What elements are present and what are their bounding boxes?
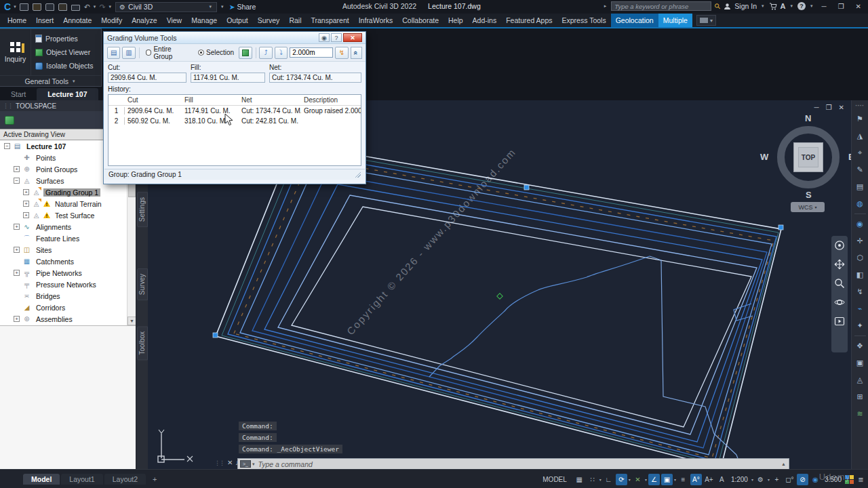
palette-icon[interactable]: ❖ [854, 340, 867, 352]
lineweight-icon[interactable]: ≡ [677, 474, 689, 485]
help-caret-icon[interactable]: ▾ [810, 3, 813, 9]
survey-flag-icon[interactable]: ⚑ [854, 113, 867, 125]
file-tab-start[interactable]: Start [0, 88, 37, 100]
tree-expander-icon[interactable]: + [14, 224, 20, 230]
dialog-help-icon[interactable]: ? [331, 33, 342, 42]
selection-radio[interactable]: Selection [198, 49, 234, 56]
tree-expander-icon[interactable]: + [14, 270, 20, 276]
measure-icon[interactable]: ⌖ [854, 146, 867, 159]
drawing-close-button[interactable]: ✕ [839, 104, 844, 111]
ribbon-tab-modify[interactable]: Modify [96, 14, 127, 27]
ribbon-tab-survey[interactable]: Survey [253, 14, 285, 27]
command-expand-icon[interactable]: ▲ [781, 462, 789, 466]
polar-tracking-icon[interactable]: ⟳ [616, 474, 627, 485]
annotation-visibility-icon[interactable]: A° [690, 474, 702, 485]
polyline-icon[interactable]: ⌁ [854, 302, 867, 315]
object-snap-icon[interactable]: ▣ [661, 474, 673, 485]
raise-group-icon[interactable]: ⤴ [259, 47, 272, 59]
tree-item-feature-lines[interactable]: ⌒Feature Lines [0, 232, 136, 244]
properties-button[interactable]: Properties [35, 33, 101, 45]
ribbon-tab-express-tools[interactable]: Express Tools [557, 14, 611, 27]
dialog-title-bar[interactable]: Grading Volume Tools ◉ ? ✕ [104, 32, 366, 44]
object-snap-tracking-icon[interactable]: ∠ [648, 474, 660, 485]
restore-button[interactable]: ❐ [834, 3, 848, 10]
volume-summary-icon[interactable]: ▤ [107, 47, 120, 59]
palette-grip-icon[interactable]: ⋮⋮ [3, 102, 12, 109]
ribbon-tab-featured-apps[interactable]: Featured Apps [501, 14, 557, 27]
help-icon[interactable]: ? [797, 2, 806, 10]
search-icon[interactable]: ⚲ [713, 1, 723, 12]
isodraft-icon-caret[interactable]: ▾ [645, 477, 647, 482]
search-expand-icon[interactable]: ▸ [604, 3, 607, 9]
add-layout-button[interactable]: + [147, 475, 162, 483]
save-icon[interactable] [45, 3, 54, 11]
showmotion-icon[interactable] [834, 316, 845, 327]
qat-menu-caret-icon[interactable]: ▾ [221, 4, 224, 9]
viewcube-top-face[interactable]: TOP [798, 147, 818, 167]
tree-item-bridges[interactable]: ≍Bridges [0, 290, 136, 302]
ribbon-extra-button[interactable]: ▾ [696, 15, 716, 26]
ribbon-tab-view[interactable]: View [162, 14, 187, 27]
ribbon-tab-transparent[interactable]: Transparent [306, 14, 353, 27]
active-drawing-icon[interactable] [5, 116, 14, 125]
isodraft-icon[interactable]: ✕ [632, 474, 644, 485]
toolspace-tab-survey[interactable]: Survey [137, 268, 148, 300]
auto-balance-icon[interactable]: ↯ [335, 47, 348, 59]
toolspace-tab-settings[interactable]: Settings [137, 192, 148, 227]
tree-item-grading-group-1[interactable]: +◬Grading Group 1 [0, 186, 136, 198]
history-table[interactable]: CutFillNetDescription12909.64 Cu. M.1174… [108, 94, 361, 166]
ortho-icon[interactable]: ∟ [603, 474, 614, 485]
search-input[interactable]: Type a keyword or phrase [611, 1, 711, 11]
commandline-grip-icon[interactable]: ⋮⋮ [214, 460, 224, 466]
ribbon-tab-manage[interactable]: Manage [186, 14, 222, 27]
pan-icon[interactable] [834, 259, 845, 270]
selection-grips[interactable] [213, 185, 783, 468]
grid-icon[interactable]: ▦ [574, 474, 585, 485]
redo-caret-icon[interactable]: ▾ [109, 4, 112, 9]
workspace-gear-icon-caret[interactable]: ▾ [768, 477, 770, 482]
tree-item-catchments[interactable]: ▦Catchments [0, 256, 136, 267]
scale-value[interactable]: 1:200 [729, 476, 750, 483]
minimize-button[interactable]: ─ [818, 3, 831, 10]
clean-screen-icon[interactable]: ⊘ [797, 474, 808, 485]
select-grading-icon[interactable] [239, 47, 252, 59]
polar-tracking-icon-caret[interactable]: ▾ [629, 477, 631, 482]
isolate-objects-icon[interactable]: ◻° [784, 474, 795, 485]
history-table-row[interactable]: 12909.64 Cu. M.1174.91 Cu. M.Cut: 1734.7… [108, 106, 361, 116]
general-tools-footer[interactable]: General Tools ▾ [0, 75, 101, 86]
tree-expander-icon[interactable]: − [14, 178, 20, 184]
snap-icon[interactable]: ∷ [587, 474, 598, 485]
compass-west[interactable]: W [760, 152, 768, 162]
workspace-gear-icon[interactable]: ⚙ [755, 474, 766, 485]
tree-item-sites[interactable]: +◫Sites [0, 244, 136, 256]
waves-icon[interactable]: ≋ [854, 407, 867, 420]
view-frame-icon[interactable]: ◮ [854, 129, 867, 142]
scroll-down-icon[interactable]: ▼ [127, 317, 136, 325]
collapse-panel-icon[interactable]: « [351, 47, 362, 59]
dialog-close-icon[interactable]: ✕ [343, 33, 362, 42]
snap-icon-caret[interactable]: ▾ [599, 477, 601, 482]
logo-caret-icon[interactable]: ▾ [14, 4, 16, 9]
save-as-icon[interactable] [58, 3, 67, 11]
customize-icon[interactable]: ≣ [855, 474, 867, 485]
isolate-objects-button[interactable]: Isolate Objects [35, 60, 101, 72]
tree-expander-icon[interactable]: − [4, 143, 10, 149]
app-store-caret-icon[interactable]: ▾ [791, 3, 793, 9]
surface-tool-icon[interactable]: ◬ [854, 373, 867, 386]
command-input[interactable]: >_ ▾ Type a command ▲ [237, 458, 789, 470]
drawing-minimize-button[interactable]: ─ [814, 104, 819, 111]
section-icon[interactable]: ◧ [854, 268, 867, 281]
ribbon-tab-collaborate[interactable]: Collaborate [397, 14, 443, 27]
open-file-icon[interactable] [33, 3, 41, 11]
close-button[interactable]: ✕ [852, 3, 865, 10]
tree-item-test-surface[interactable]: +◬!Test Surface [0, 209, 136, 221]
tree-item-natural-terrain[interactable]: +◬!Natural Terrain [0, 198, 136, 209]
new-file-icon[interactable] [20, 3, 28, 11]
object-viewer-button[interactable]: Object Viewer [35, 46, 101, 58]
drawing-restore-button[interactable]: ❐ [826, 104, 832, 111]
add-icon[interactable]: + [771, 474, 783, 485]
tree-expander-icon[interactable]: + [23, 189, 29, 195]
elevation-input[interactable] [290, 47, 333, 58]
sign-in-caret-icon[interactable]: ▾ [762, 3, 764, 9]
civil3d-logo-icon[interactable]: C [4, 1, 11, 12]
